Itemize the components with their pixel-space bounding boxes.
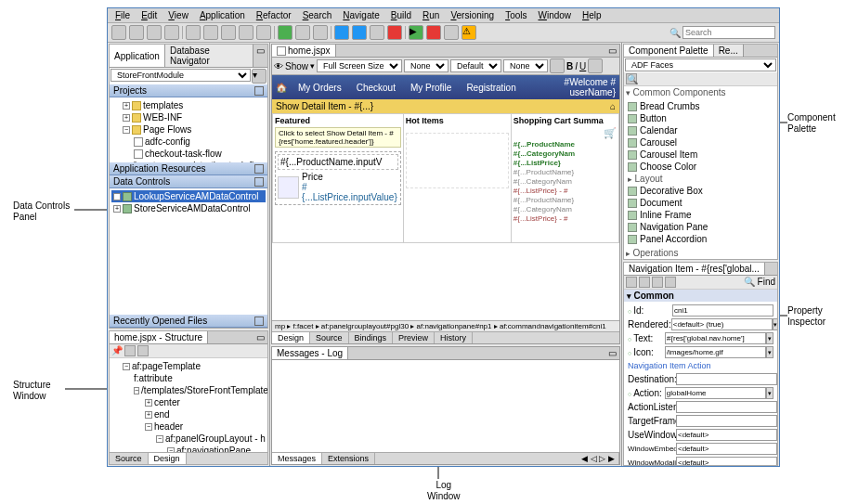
minimize-icon[interactable]: ▭ (254, 331, 267, 343)
paste-icon[interactable] (256, 25, 271, 40)
menu-edit[interactable]: Edit (141, 10, 157, 20)
menu-tools[interactable]: Tools (505, 10, 526, 20)
agent-select[interactable]: Default (450, 59, 501, 72)
screen-size-select[interactable]: Full Screen Size (317, 59, 402, 72)
editor-file-tab[interactable]: home.jspx (272, 45, 336, 57)
back-icon[interactable] (295, 25, 310, 40)
menu-window[interactable]: Window (538, 10, 571, 20)
data-control-item[interactable]: +StoreServiceAMDataControl (111, 202, 266, 214)
tab-application[interactable]: Application (110, 45, 165, 67)
pi-icon[interactable] (652, 277, 663, 288)
pi-icon[interactable] (639, 277, 650, 288)
pi-icon[interactable] (665, 277, 676, 288)
underline-icon[interactable]: U (579, 61, 586, 71)
menu-versioning[interactable]: Versioning (450, 10, 494, 20)
structure-node[interactable]: −af:navigationPane (111, 445, 266, 452)
menu-file[interactable]: File (115, 10, 130, 20)
locale-select[interactable]: None (503, 59, 548, 72)
prop-wes-input[interactable] (676, 443, 777, 455)
audit-icon[interactable]: ⚠ (462, 25, 476, 40)
menu-view[interactable]: View (168, 10, 188, 20)
menu-run[interactable]: Run (422, 10, 439, 20)
recent-files-header[interactable]: Recently Opened Files (110, 315, 267, 328)
chevron-down-icon[interactable]: ▾ (773, 318, 777, 330)
log-body[interactable] (272, 360, 619, 452)
eye-icon[interactable]: 👁 (274, 61, 283, 71)
minimize-icon[interactable]: ▭ (254, 45, 267, 67)
component-item[interactable]: Carousel (626, 136, 775, 149)
tab-db-navigator[interactable]: Database Navigator (165, 45, 254, 67)
hot-items-region[interactable]: Hot Items (404, 114, 512, 242)
tab-resources[interactable]: Re... (714, 45, 744, 57)
nav-item[interactable]: My Profile (407, 82, 455, 94)
structure-tab[interactable]: home.jspx - Structure (110, 331, 208, 343)
common-section[interactable]: ▾ Common (624, 290, 777, 302)
palette-search-icon[interactable]: 🔍 (626, 73, 637, 84)
component-item[interactable]: Carousel Item (626, 149, 775, 161)
home-icon[interactable]: 🏠 (276, 83, 287, 93)
italic-icon[interactable]: I (575, 61, 578, 71)
open-icon[interactable] (129, 25, 144, 40)
chevron-down-icon[interactable]: ▾ (766, 332, 774, 344)
nav-item[interactable]: Registration (462, 82, 519, 94)
new-view-icon[interactable] (137, 345, 149, 356)
debug-icon[interactable] (426, 25, 441, 40)
search-input[interactable] (682, 26, 775, 39)
make-icon[interactable] (352, 25, 367, 40)
editor-tab-source[interactable]: Source (310, 332, 349, 343)
redo-icon[interactable] (203, 25, 218, 40)
editor-tab-bindings[interactable]: Bindings (349, 332, 394, 343)
menu-refactor[interactable]: Refactor (256, 10, 292, 20)
menu-build[interactable]: Build (391, 10, 411, 20)
build-icon[interactable] (334, 25, 349, 40)
prop-tf-input[interactable] (676, 415, 777, 427)
app-resources-header[interactable]: Application Resources (110, 162, 267, 175)
forward-icon[interactable] (313, 25, 328, 40)
paint-icon[interactable] (588, 58, 603, 73)
prop-dest-input[interactable] (676, 373, 777, 385)
structure-node[interactable]: f:attribute (111, 372, 266, 384)
tab-property-inspector[interactable]: Navigation Item - #{res['global... (624, 263, 765, 275)
menu-application[interactable]: Application (200, 10, 245, 20)
style-select[interactable]: None (404, 59, 448, 72)
component-item[interactable]: Button (626, 112, 775, 124)
featured-region[interactable]: Featured Click to select Show Detail Ite… (273, 114, 404, 242)
prop-al-input[interactable] (676, 401, 777, 413)
projects-header[interactable]: Projects (110, 84, 267, 97)
data-controls-header[interactable]: Data Controls (110, 175, 267, 188)
project-menu-icon[interactable]: ▾ (252, 69, 266, 84)
copy-icon[interactable] (239, 25, 254, 40)
tree-folder[interactable]: −Page Flows (111, 123, 266, 136)
pin-icon[interactable]: 📌 (111, 345, 123, 356)
save-icon[interactable] (147, 25, 162, 40)
nav-item[interactable]: My Orders (294, 82, 345, 94)
structure-node[interactable]: +center (111, 396, 266, 408)
save-all-icon[interactable] (164, 25, 179, 40)
component-item[interactable]: Decorative Box (626, 185, 775, 197)
find-icon[interactable]: 🔍 Find (744, 277, 775, 288)
tree-flow[interactable]: checkout-task-flow (111, 148, 266, 160)
chevron-down-icon[interactable]: ▾ (766, 387, 774, 399)
component-item[interactable]: Panel Accordion (626, 233, 775, 245)
component-item[interactable]: Inline Frame (626, 209, 775, 221)
structure-node[interactable]: −af:panelGroupLayout - h (111, 433, 266, 445)
menu-search[interactable]: Search (303, 10, 332, 20)
terminate-icon[interactable] (387, 25, 402, 40)
component-item[interactable]: Navigation Pane (626, 221, 775, 233)
run-icon[interactable]: ▶ (409, 25, 423, 40)
tree-folder[interactable]: +templates (111, 99, 266, 111)
new-icon[interactable] (111, 25, 126, 40)
freeze-icon[interactable] (124, 345, 136, 356)
palette-category[interactable]: ADF Faces (625, 58, 776, 71)
prop-text-input[interactable] (665, 332, 766, 344)
bold-icon[interactable]: B (566, 61, 573, 71)
rebuild-icon[interactable] (370, 25, 384, 40)
tab-component-palette[interactable]: Component Palette (624, 45, 714, 57)
chevron-down-icon[interactable]: ▾ (766, 346, 774, 358)
minimize-icon[interactable]: ▭ (605, 347, 619, 359)
component-item[interactable]: Bread Crumbs (626, 100, 775, 112)
nav-item[interactable]: Checkout (353, 82, 399, 94)
editor-breadcrumb[interactable]: mp ▸ f:facet ▸ af:panelgrouplayout#pgl30… (272, 320, 619, 331)
cut-icon[interactable] (221, 25, 236, 40)
pi-icon[interactable] (626, 277, 637, 288)
